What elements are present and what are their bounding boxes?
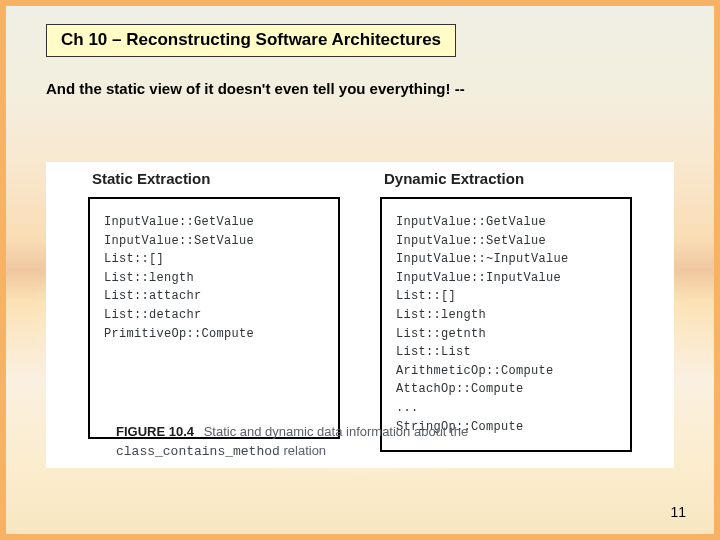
- dynamic-extraction-heading: Dynamic Extraction: [380, 162, 632, 199]
- code-line: InputValue::GetValue: [396, 213, 618, 232]
- code-line: ArithmeticOp::Compute: [396, 362, 618, 381]
- static-extraction-column: Static Extraction InputValue::GetValue I…: [88, 162, 340, 452]
- code-line: InputValue::SetValue: [396, 232, 618, 251]
- figure-panel: Static Extraction InputValue::GetValue I…: [46, 162, 674, 468]
- code-line: InputValue::GetValue: [104, 213, 326, 232]
- code-line: List::length: [396, 306, 618, 325]
- figure-caption: FIGURE 10.4 Static and dynamic data info…: [116, 423, 468, 462]
- code-line: PrimitiveOp::Compute: [104, 325, 326, 344]
- code-line: List::List: [396, 343, 618, 362]
- code-line: AttachOp::Compute: [396, 380, 618, 399]
- static-extraction-heading: Static Extraction: [88, 162, 340, 199]
- caption-relation: class_contains_method: [116, 444, 280, 459]
- dynamic-extraction-column: Dynamic Extraction InputValue::GetValue …: [380, 162, 632, 452]
- chapter-title: Ch 10 – Reconstructing Software Architec…: [46, 24, 456, 57]
- figure-number: FIGURE 10.4: [116, 424, 194, 439]
- code-line: InputValue::~InputValue: [396, 250, 618, 269]
- code-line: List::getnth: [396, 325, 618, 344]
- static-extraction-box: InputValue::GetValue InputValue::SetValu…: [88, 199, 340, 439]
- code-line: ...: [396, 399, 618, 418]
- dynamic-extraction-box: InputValue::GetValue InputValue::SetValu…: [380, 199, 632, 452]
- code-line: List::attachr: [104, 287, 326, 306]
- code-line: InputValue::InputValue: [396, 269, 618, 288]
- slide-subtitle: And the static view of it doesn't even t…: [46, 80, 465, 97]
- code-line: List::detachr: [104, 306, 326, 325]
- code-line: List::length: [104, 269, 326, 288]
- code-line: List::[]: [396, 287, 618, 306]
- caption-text: relation: [283, 443, 326, 458]
- code-line: InputValue::SetValue: [104, 232, 326, 251]
- code-line: List::[]: [104, 250, 326, 269]
- page-number: 11: [670, 504, 686, 520]
- caption-text: Static and dynamic data information abou…: [204, 424, 469, 439]
